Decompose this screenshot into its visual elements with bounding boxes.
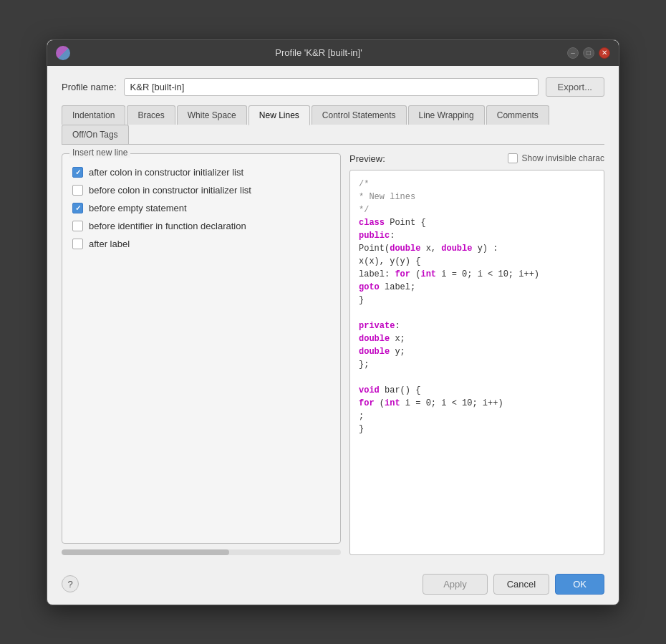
checkbox-label-before-colon: before colon in constructor initializer … [89,185,251,196]
titlebar: Profile 'K&R [built-in]' – □ ✕ [47,40,619,66]
show-invisible-label: Show invisible charac [522,153,604,163]
code-line-15: void bar() { [359,384,595,397]
tab-white-space[interactable]: White Space [177,105,247,125]
code-line-6: Point(double x, double y) : [359,242,595,255]
content-area: Insert new line after colon in construct… [62,153,604,555]
code-line-1: /* [359,178,595,191]
checkbox-after-colon[interactable] [72,167,83,178]
code-line-17: ; [359,410,595,423]
checkbox-item-before-empty[interactable]: before empty statement [72,203,330,213]
checkbox-before-identifier[interactable] [72,221,83,231]
group-title: Insert new line [69,148,130,158]
dialog-window: Profile 'K&R [built-in]' – □ ✕ Profile n… [47,39,619,605]
app-logo-icon [56,46,70,60]
apply-button[interactable]: Apply [423,574,488,595]
code-line-10: } [359,294,595,307]
window-title: Profile 'K&R [built-in]' [70,47,567,58]
export-button[interactable]: Export... [546,77,604,97]
code-line-11: private: [359,319,595,332]
ok-button[interactable]: OK [555,574,604,595]
code-preview: /* * New lines */ class Point { public: … [349,170,604,555]
tab-indentation[interactable]: Indentation [62,105,125,125]
code-line-4: class Point { [359,216,595,229]
checkbox-after-label[interactable] [72,239,83,249]
show-invisible-row: Show invisible charac [508,153,604,163]
dialog-body: Profile name: Export... Indentation Brac… [47,66,619,567]
scrollbar-thumb[interactable] [62,549,229,555]
code-line-2: * New lines [359,191,595,203]
titlebar-controls: – □ ✕ [567,47,610,59]
code-line-14: }; [359,358,595,371]
tab-off-on-tags[interactable]: Off/On Tags [62,125,129,144]
maximize-button[interactable]: □ [583,47,594,59]
code-line-5: public: [359,229,595,242]
checkbox-item-after-label[interactable]: after label [72,239,330,249]
code-line-16: for (int i = 0; i < 10; i++) [359,397,595,410]
tab-control-statements[interactable]: Control Statements [312,105,407,125]
checkbox-before-colon[interactable] [72,185,83,196]
titlebar-left [56,46,70,60]
checkbox-list: after colon in constructor initializer l… [72,167,330,249]
profile-name-label: Profile name: [62,82,117,92]
insert-new-line-group: Insert new line after colon in construct… [62,153,341,544]
preview-header: Preview: Show invisible charac [349,153,604,164]
checkbox-label-after-colon: after colon in constructor initializer l… [89,167,243,178]
preview-label: Preview: [349,153,385,164]
checkbox-before-empty[interactable] [72,203,83,213]
code-line-8: label: for (int i = 0; i < 10; i++) [359,268,595,281]
scrollbar-area [62,549,341,555]
profile-name-input[interactable] [124,78,539,96]
checkbox-item-before-identifier[interactable]: before identifier in function declaratio… [72,221,330,231]
tabs-bar: Indentation Braces White Space New Lines… [62,105,604,145]
dialog-footer: ? Apply Cancel OK [47,567,619,605]
show-invisible-checkbox[interactable] [508,153,518,163]
tab-comments[interactable]: Comments [486,105,549,125]
tab-braces[interactable]: Braces [127,105,175,125]
code-line-blank-1 [359,307,595,319]
checkbox-item-before-colon[interactable]: before colon in constructor initializer … [72,185,330,196]
code-line-3: */ [359,203,595,216]
code-line-9: goto label; [359,281,595,294]
tab-line-wrapping[interactable]: Line Wrapping [408,105,485,125]
footer-buttons: Apply Cancel OK [423,574,604,595]
checkbox-label-after-label: after label [89,239,130,249]
right-panel: Preview: Show invisible charac /* * New … [349,153,604,555]
minimize-button[interactable]: – [567,47,579,59]
code-line-12: double x; [359,332,595,345]
profile-row: Profile name: Export... [62,77,604,97]
checkbox-label-before-identifier: before identifier in function declaratio… [89,221,246,231]
checkbox-label-before-empty: before empty statement [89,203,187,213]
code-line-18: } [359,423,595,436]
code-line-blank-2 [359,371,595,384]
tab-new-lines[interactable]: New Lines [248,105,310,125]
cancel-button[interactable]: Cancel [493,574,549,595]
close-button[interactable]: ✕ [599,47,610,59]
checkbox-item-after-colon[interactable]: after colon in constructor initializer l… [72,167,330,178]
code-line-13: double y; [359,345,595,358]
help-button[interactable]: ? [62,575,79,592]
left-panel: Insert new line after colon in construct… [62,153,341,555]
code-line-7: x(x), y(y) { [359,255,595,268]
